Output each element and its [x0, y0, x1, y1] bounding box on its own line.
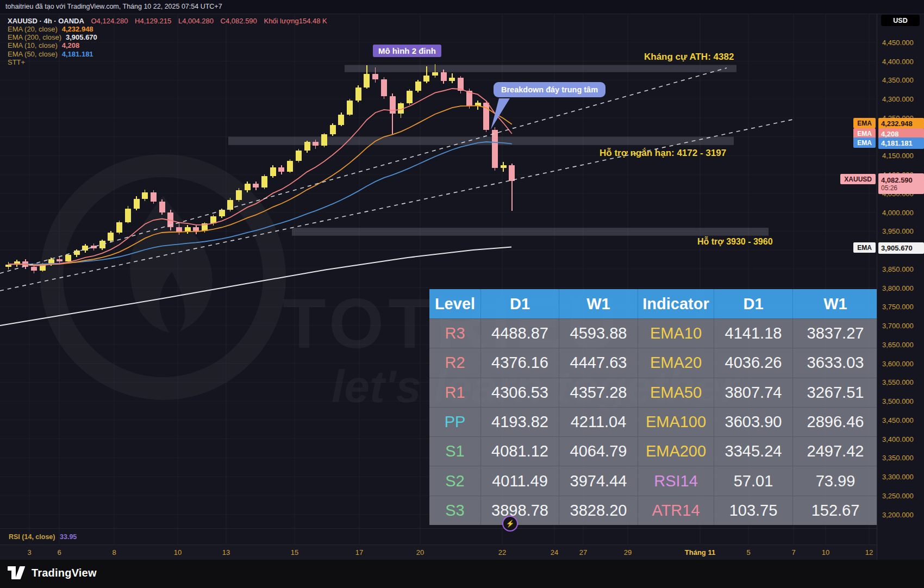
rsi-label[interactable]: RSI (14, close) — [9, 533, 55, 541]
table-cell: ATR14 — [638, 496, 714, 525]
tradingview-chart-window: tohaitrieu đã tạo với TradingView.com, T… — [0, 0, 924, 588]
table-cell: EMA200 — [638, 436, 714, 466]
table-header-indicator: Indicator — [638, 289, 714, 318]
time-label: 20 — [416, 548, 424, 556]
table-row: S24011.493974.44RSI1457.0173.99 — [429, 466, 878, 495]
symbol-row[interactable]: XAUUSD · 4h · OANDA O4,124.280 H4,129.21… — [8, 17, 327, 25]
price-tick: 3,500.000 — [882, 397, 914, 405]
price-tick: 4,350.000 — [882, 76, 914, 84]
ath-resistance-label[interactable]: Kháng cự ATH: 4382 — [644, 52, 734, 62]
price-tick: 3,450.000 — [882, 416, 914, 424]
tradingview-logo-icon — [8, 566, 26, 579]
table-cell: 2896.46 — [793, 407, 878, 436]
time-label: 15 — [291, 548, 298, 556]
price-tick: 4,000.000 — [882, 209, 914, 217]
currency-button[interactable]: USD — [881, 15, 920, 26]
table-cell: 57.01 — [714, 466, 793, 495]
tradingview-logo[interactable]: TradingView — [8, 566, 97, 579]
table-cell: S3 — [429, 496, 481, 525]
table-cell: S2 — [429, 466, 481, 495]
breakdown-callout[interactable]: Breakdown đáy trung tâm — [494, 82, 605, 97]
table-cell: 4064.79 — [559, 436, 638, 466]
table-cell: PP — [429, 407, 481, 436]
time-label: 5 — [746, 548, 750, 556]
chart-legend[interactable]: XAUUSD · 4h · OANDA O4,124.280 H4,129.21… — [8, 16, 327, 66]
legend-ema-row[interactable]: EMA (50, close)4,181.181 — [8, 50, 327, 58]
time-axis[interactable]: 368101315172022242729Tháng 11571012 — [0, 545, 877, 560]
price-tick: 3,650.000 — [882, 341, 914, 349]
table-cell: 3807.74 — [714, 378, 793, 407]
time-label: 10 — [174, 548, 182, 556]
time-label: 7 — [791, 548, 795, 556]
price-tick: 3,800.000 — [882, 284, 914, 292]
price-tick: 3,550.000 — [882, 378, 914, 386]
series-chip-xauusd: XAUUSD — [840, 174, 876, 184]
price-tag-xauusd: 4,082.59005:26 — [878, 173, 924, 194]
support-zone-label[interactable]: Hỗ trợ 3930 - 3960 — [697, 237, 773, 247]
table-cell: 4488.87 — [481, 318, 559, 348]
table-header-level: Level — [429, 289, 481, 318]
time-label: Tháng 11 — [685, 548, 715, 556]
table-cell: 3898.78 — [481, 496, 559, 525]
price-tick: 4,150.000 — [882, 152, 914, 160]
ohlc-high: H4,129.215 — [135, 17, 171, 25]
time-label: 8 — [112, 548, 116, 556]
legend-ema-row[interactable]: EMA (20, close)4,232.948 — [8, 25, 327, 33]
price-tick: 3,600.000 — [882, 360, 914, 368]
price-tick: 3,400.000 — [882, 435, 914, 443]
table-cell: 4081.12 — [481, 436, 559, 466]
price-tick: 3,250.000 — [882, 492, 914, 500]
price-tick: 4,300.000 — [882, 95, 914, 103]
table-cell: R2 — [429, 348, 481, 377]
legend-ema-row[interactable]: EMA (200, close)3,905.670 — [8, 33, 327, 41]
title-bar: tohaitrieu đã tạo với TradingView.com, T… — [0, 0, 924, 14]
price-tick: 3,700.000 — [882, 322, 914, 330]
table-cell: 4306.53 — [481, 378, 559, 407]
table-cell: 4376.16 — [481, 348, 559, 377]
table-cell: EMA50 — [638, 378, 714, 407]
time-label: 17 — [355, 548, 363, 556]
table-cell: 4211.04 — [559, 407, 638, 436]
time-label: 3 — [27, 548, 31, 556]
table-cell: 3603.90 — [714, 407, 793, 436]
table-cell: EMA20 — [638, 348, 714, 377]
table-cell: 4357.28 — [559, 378, 638, 407]
table-cell: 103.75 — [714, 496, 793, 525]
page-title: tohaitrieu đã tạo với TradingView.com, T… — [5, 3, 222, 10]
time-label: 12 — [865, 548, 873, 556]
table-cell: R3 — [429, 318, 481, 348]
price-tick: 3,350.000 — [882, 454, 914, 462]
price-tag-ema: 4,232.948 — [878, 118, 924, 129]
table-cell: 4193.82 — [481, 407, 559, 436]
price-tick: 3,300.000 — [882, 473, 914, 481]
table-cell: EMA100 — [638, 407, 714, 436]
double-top-label[interactable]: Mô hình 2 đỉnh — [373, 45, 441, 57]
table-cell: 4011.49 — [481, 466, 559, 495]
price-tick: 3,750.000 — [882, 303, 914, 311]
time-label: 22 — [498, 548, 506, 556]
rsi-pane[interactable]: RSI (14, close) 33.95 — [0, 528, 877, 545]
tradingview-logo-text: TradingView — [32, 567, 97, 579]
short-term-support-label[interactable]: Hỗ trợ ngắn hạn: 4172 - 3197 — [600, 148, 726, 159]
price-tick: 3,850.000 — [882, 265, 914, 273]
table-cell: 4036.26 — [714, 348, 793, 377]
legend-ema-row[interactable]: EMA (10, close)4,208 — [8, 41, 327, 49]
table-row: S14081.124064.79EMA2003345.242497.42 — [429, 436, 878, 466]
table-cell: R1 — [429, 378, 481, 407]
price-tick: 3,950.000 — [882, 227, 914, 235]
table-header-w1: W1 — [793, 289, 878, 318]
table-row: R34488.874593.88EMA104141.183837.27 — [429, 318, 878, 348]
boost-lightning-icon[interactable]: ⚡ — [502, 516, 518, 531]
table-cell: 3633.03 — [793, 348, 878, 377]
table-header-d1: D1 — [481, 289, 559, 318]
ohlc-close: C4,082.590 — [221, 17, 257, 25]
price-tag-ema: 4,181.181 — [878, 137, 924, 149]
stt-indicator-label[interactable]: STT+ — [8, 58, 25, 66]
price-axis[interactable]: USD 4,450.0004,400.0004,350.0004,300.000… — [877, 14, 924, 560]
price-tick: 3,200.000 — [882, 511, 914, 519]
table-row: PP4193.824211.04EMA1003603.902896.46 — [429, 407, 878, 436]
price-tag-ema: 3,905.670 — [878, 242, 924, 254]
table-cell: 3974.44 — [559, 466, 638, 495]
footer-bar: TradingView — [0, 560, 924, 588]
symbol-title[interactable]: XAUUSD · 4h · OANDA — [8, 17, 84, 25]
